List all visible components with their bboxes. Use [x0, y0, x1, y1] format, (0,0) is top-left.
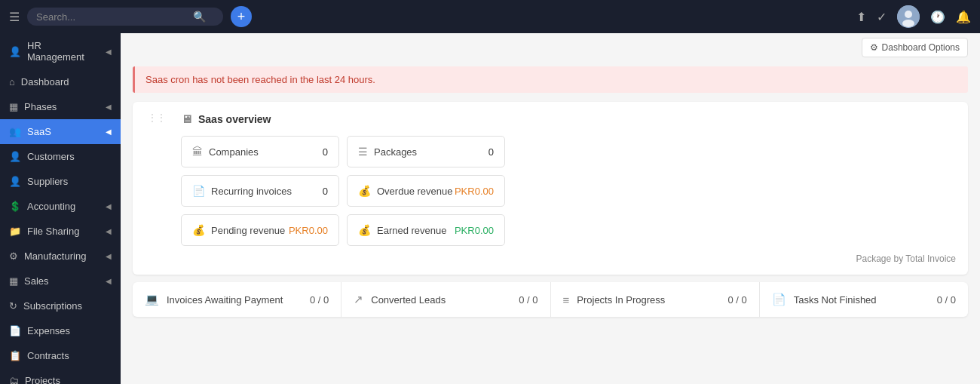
stat-card-recurring-invoices[interactable]: 📄 Recurring invoices 0 — [181, 175, 339, 207]
section-title: Saas overview — [198, 113, 271, 125]
stat-icon-pending-revenue: 💰 — [192, 224, 205, 236]
sidebar-icon-expenses: 📄 — [9, 325, 21, 336]
sidebar-icon-manufacturing: ⚙ — [9, 250, 18, 262]
bottom-stat-converted-leads[interactable]: ↗ Converted Leads 0 / 0 — [341, 282, 550, 317]
sidebar-item-manufacturing[interactable]: ⚙ Manufacturing ◀ — [0, 244, 121, 269]
sidebar-item-suppliers[interactable]: 👤 Suppliers — [0, 169, 121, 194]
bottom-label-tasks-not-finished: Tasks Not Finished — [794, 294, 929, 306]
bottom-icon-tasks-not-finished: 📄 — [772, 293, 786, 306]
sidebar-item-projects[interactable]: 🗂 Projects — [0, 368, 121, 384]
stat-icon-overdue-revenue: 💰 — [358, 185, 371, 197]
stat-label-overdue-revenue: Overdue revenue — [377, 186, 452, 197]
stat-label-pending-revenue: Pending revenue — [211, 225, 285, 236]
sidebar-icon-projects: 🗂 — [9, 375, 19, 384]
sidebar-label-suppliers: Suppliers — [27, 176, 112, 187]
stat-label-recurring-invoices: Recurring invoices — [211, 186, 292, 197]
sidebar: 👤 HR Management ◀ ⌂ Dashboard ▦ Phases ◀… — [0, 33, 121, 384]
bottom-icon-invoices-awaiting: 💻 — [145, 293, 159, 306]
section-header: 🖥 Saas overview — [181, 112, 956, 125]
sidebar-label-dashboard: Dashboard — [21, 76, 112, 88]
clock-icon[interactable]: 🕐 — [930, 10, 945, 24]
dashboard-options-label: Dashboard Options — [882, 42, 960, 53]
sidebar-label-contracts: Contracts — [27, 350, 112, 361]
monitor-icon: 🖥 — [181, 112, 192, 125]
main-layout: 👤 HR Management ◀ ⌂ Dashboard ▦ Phases ◀… — [0, 33, 980, 384]
sidebar-item-saas[interactable]: 👥 SaaS ◀ — [0, 119, 121, 144]
sidebar-icon-contracts: 📋 — [9, 350, 21, 361]
bell-icon[interactable]: 🔔 — [956, 10, 971, 24]
bottom-stat-tasks-not-finished[interactable]: 📄 Tasks Not Finished 0 / 0 — [760, 282, 968, 317]
stat-value-recurring-invoices: 0 — [323, 186, 328, 197]
check-icon[interactable]: ✓ — [877, 10, 887, 24]
share-icon[interactable]: ⬆ — [856, 10, 866, 24]
bottom-label-projects-in-progress: Projects In Progress — [577, 294, 720, 306]
sidebar-icon-saas: 👥 — [9, 126, 21, 137]
sidebar-item-phases[interactable]: ▦ Phases ◀ — [0, 94, 121, 119]
bottom-value-projects-in-progress: 0 / 0 — [727, 294, 746, 306]
stat-card-left-companies: 🏛 Companies — [192, 146, 259, 158]
bottom-icon-projects-in-progress: ≡ — [563, 293, 570, 306]
sidebar-icon-accounting: 💲 — [9, 201, 21, 212]
bottom-label-converted-leads: Converted Leads — [371, 294, 511, 306]
sidebar-label-expenses: Expenses — [27, 325, 112, 336]
stat-label-companies: Companies — [209, 146, 259, 158]
sidebar-arrow-file-sharing: ◀ — [106, 227, 112, 235]
sidebar-icon-customers: 👤 — [9, 151, 21, 162]
dashboard-options-bar: ⚙ Dashboard Options — [121, 33, 980, 57]
sidebar-item-sales[interactable]: ▦ Sales ◀ — [0, 269, 121, 293]
sidebar-icon-hr-management: 👤 — [9, 46, 21, 57]
content-area: ⚙ Dashboard Options Saas cron has not be… — [121, 33, 980, 384]
add-button[interactable]: + — [231, 6, 252, 27]
sidebar-arrow-manufacturing: ◀ — [106, 252, 112, 260]
stat-icon-companies: 🏛 — [192, 146, 203, 158]
menu-icon[interactable]: ☰ — [9, 10, 20, 24]
sidebar-arrow-phases: ◀ — [106, 103, 112, 111]
stat-card-left-earned-revenue: 💰 Earned revenue — [358, 224, 447, 236]
stat-card-left-pending-revenue: 💰 Pending revenue — [192, 224, 285, 236]
sidebar-item-customers[interactable]: 👤 Customers — [0, 144, 121, 169]
stat-value-overdue-revenue: PKR0.00 — [455, 186, 494, 197]
saas-overview-section: ⋮⋮ 🖥 Saas overview 🏛 Companies 0 ☰ Packa… — [133, 102, 968, 275]
sidebar-item-file-sharing[interactable]: 📁 File Sharing ◀ — [0, 219, 121, 244]
stat-card-pending-revenue[interactable]: 💰 Pending revenue PKR0.00 — [181, 214, 339, 246]
bottom-value-invoices-awaiting: 0 / 0 — [310, 294, 329, 306]
sidebar-item-hr-management[interactable]: 👤 HR Management ◀ — [0, 33, 121, 69]
sidebar-label-sales: Sales — [24, 275, 100, 287]
stat-icon-packages: ☰ — [358, 146, 368, 158]
bottom-stat-invoices-awaiting[interactable]: 💻 Invoices Awaiting Payment 0 / 0 — [133, 282, 341, 317]
bottom-stat-projects-in-progress[interactable]: ≡ Projects In Progress 0 / 0 — [551, 282, 760, 317]
sidebar-label-subscriptions: Subscriptions — [23, 300, 112, 312]
sidebar-item-expenses[interactable]: 📄 Expenses — [0, 318, 121, 343]
sidebar-icon-phases: ▦ — [9, 101, 18, 112]
sidebar-label-phases: Phases — [24, 101, 100, 112]
topbar: ☰ 🔍 + ⬆ ✓ 🕐 🔔 — [0, 0, 980, 33]
stats-cards-grid: 🏛 Companies 0 ☰ Packages 0 📄 Recurring i… — [181, 136, 956, 246]
stat-card-packages[interactable]: ☰ Packages 0 — [347, 136, 505, 167]
stat-card-left-overdue-revenue: 💰 Overdue revenue — [358, 185, 452, 197]
stat-card-left-recurring-invoices: 📄 Recurring invoices — [192, 185, 292, 197]
stat-label-packages: Packages — [374, 146, 417, 158]
bottom-icon-converted-leads: ↗ — [354, 293, 363, 306]
drag-handle[interactable]: ⋮⋮ — [145, 112, 169, 123]
stat-card-companies[interactable]: 🏛 Companies 0 — [181, 136, 339, 167]
sidebar-label-manufacturing: Manufacturing — [24, 250, 100, 262]
package-label: Package by Total Invoice — [181, 253, 956, 264]
avatar[interactable] — [897, 5, 920, 28]
stat-card-earned-revenue[interactable]: 💰 Earned revenue PKR0.00 — [347, 214, 505, 246]
search-input[interactable] — [36, 11, 187, 23]
stat-label-earned-revenue: Earned revenue — [377, 225, 447, 236]
sidebar-arrow-saas: ◀ — [106, 127, 112, 136]
sidebar-item-contracts[interactable]: 📋 Contracts — [0, 343, 121, 368]
sidebar-label-saas: SaaS — [27, 126, 100, 137]
dashboard-options-button[interactable]: ⚙ Dashboard Options — [862, 38, 968, 57]
bottom-label-invoices-awaiting: Invoices Awaiting Payment — [167, 294, 302, 306]
sidebar-item-subscriptions[interactable]: ↻ Subscriptions — [0, 293, 121, 318]
sidebar-item-dashboard[interactable]: ⌂ Dashboard — [0, 69, 121, 94]
sidebar-arrow-hr-management: ◀ — [106, 48, 112, 56]
sidebar-item-accounting[interactable]: 💲 Accounting ◀ — [0, 194, 121, 219]
search-icon: 🔍 — [193, 11, 206, 23]
stat-card-left-packages: ☰ Packages — [358, 146, 417, 158]
sidebar-icon-subscriptions: ↻ — [9, 300, 17, 312]
stat-card-overdue-revenue[interactable]: 💰 Overdue revenue PKR0.00 — [347, 175, 505, 207]
svg-point-2 — [902, 20, 914, 27]
